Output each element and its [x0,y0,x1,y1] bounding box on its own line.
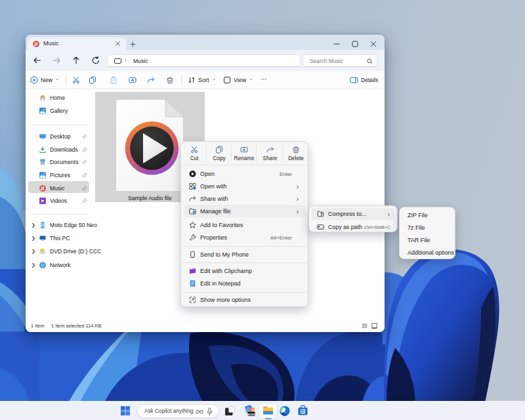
svg-text:M365: M365 [248,413,256,416]
